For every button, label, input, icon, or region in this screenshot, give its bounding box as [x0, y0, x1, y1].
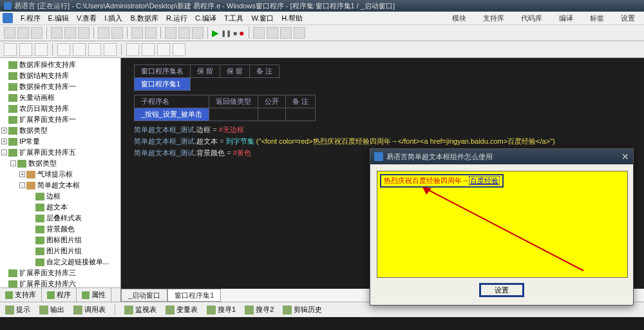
- expand-icon[interactable]: -: [10, 160, 16, 166]
- tree-item[interactable]: 数据库操作支持库: [1, 59, 119, 70]
- tree-item[interactable]: 扩展界面支持库一: [1, 114, 119, 125]
- tb2-9-icon[interactable]: [142, 43, 155, 56]
- menu2-tag[interactable]: 标签: [586, 14, 608, 23]
- menu-view[interactable]: V.查看: [73, 14, 100, 23]
- tab-assembly1[interactable]: 窗口程序集1: [167, 289, 221, 302]
- tb2-10-icon[interactable]: [157, 43, 170, 56]
- sub-grid[interactable]: 子程序名返回值类型公开备 注 _按钮_设置_被单击: [134, 95, 316, 121]
- tb2-2-icon[interactable]: [19, 43, 32, 56]
- tb-redo-icon[interactable]: [111, 27, 123, 39]
- expand-icon[interactable]: +: [1, 128, 7, 133]
- menu-run[interactable]: R.运行: [162, 14, 191, 23]
- tb-bookmark-icon[interactable]: [165, 27, 176, 39]
- pause-icon[interactable]: ❚❚: [221, 30, 231, 37]
- menu2-lib[interactable]: 支持库: [479, 14, 508, 23]
- menu-tools[interactable]: T.工具: [220, 14, 248, 23]
- tree-item[interactable]: 层叠样式表: [1, 213, 119, 224]
- menu2-comp[interactable]: 编译: [555, 14, 577, 23]
- code-line-2[interactable]: 简单超文本框_测试.超文本 = 到字节集 ("<font color=red>热…: [134, 137, 631, 146]
- tree-item[interactable]: +IP常量: [1, 136, 119, 147]
- book-icon: [35, 258, 44, 266]
- tree-item[interactable]: 数据操作支持库一: [1, 81, 119, 92]
- settings-button[interactable]: 设置: [479, 283, 524, 297]
- menu-file[interactable]: F.程序: [17, 14, 44, 23]
- tb2-5-icon[interactable]: [73, 43, 86, 56]
- tb2-1-icon[interactable]: [4, 43, 17, 56]
- tb-break-icon[interactable]: [294, 27, 305, 39]
- tree-item[interactable]: -数据类型: [1, 158, 119, 169]
- stop-icon[interactable]: ■: [233, 30, 237, 37]
- close-icon[interactable]: ✕: [621, 151, 629, 162]
- menu-insert[interactable]: I.插入: [100, 14, 126, 23]
- menu2-module[interactable]: 模块: [448, 14, 470, 23]
- sb-call[interactable]: 调用表: [73, 305, 106, 315]
- tb-next-bm-icon[interactable]: [178, 27, 190, 39]
- lib-tree[interactable]: 数据库操作支持库数据结构支持库数据操作支持库一矢量动画框农历日期支持库扩展界面支…: [0, 58, 120, 287]
- menu-edit[interactable]: E.编辑: [44, 14, 73, 23]
- menu-data[interactable]: B.数据库: [126, 14, 162, 23]
- tb2-11-icon[interactable]: [173, 43, 185, 56]
- tb-find-icon[interactable]: [131, 27, 143, 39]
- expand-icon[interactable]: +: [19, 171, 25, 177]
- menu2-src[interactable]: 代码库: [517, 14, 546, 23]
- tree-item[interactable]: 超文本: [1, 202, 119, 213]
- tb-step-icon[interactable]: [253, 27, 265, 39]
- tb-findnext-icon[interactable]: [145, 27, 156, 39]
- tb2-3-icon[interactable]: [35, 43, 48, 56]
- tb-stepover-icon[interactable]: [267, 27, 278, 39]
- tb2-6-icon[interactable]: [88, 43, 101, 56]
- tree-item[interactable]: 图片图片组: [1, 246, 119, 257]
- tb2-4-icon[interactable]: [57, 43, 70, 56]
- tb-cut-icon[interactable]: [51, 27, 62, 39]
- sb-watch[interactable]: 监视表: [124, 305, 156, 315]
- menu2-set[interactable]: 设置: [617, 14, 639, 23]
- tree-item[interactable]: 扩展界面支持库三: [1, 267, 119, 278]
- sb-output[interactable]: 输出: [39, 305, 64, 315]
- record-icon[interactable]: ●: [239, 28, 244, 38]
- tree-item[interactable]: +数据类型: [1, 125, 119, 136]
- tree-item[interactable]: 数据结构支持库: [1, 70, 119, 81]
- side-tab-prog[interactable]: 程序: [42, 288, 77, 302]
- tb-stepout-icon[interactable]: [280, 27, 292, 39]
- menu-compile[interactable]: C.编译: [191, 14, 220, 23]
- side-tab-lib[interactable]: 支持库: [0, 288, 42, 302]
- expand-icon[interactable]: -: [1, 150, 7, 155]
- expand-icon[interactable]: -: [19, 182, 25, 188]
- menu-help[interactable]: H.帮助: [278, 14, 307, 23]
- side-tab-prop[interactable]: 属性: [77, 288, 111, 302]
- tb-paste-icon[interactable]: [78, 27, 90, 39]
- tb2-8-icon[interactable]: [126, 43, 139, 56]
- expand-icon[interactable]: +: [1, 139, 7, 144]
- tb2-7-icon[interactable]: [104, 43, 117, 56]
- tb-prev-bm-icon[interactable]: [192, 27, 204, 39]
- baidu-link[interactable]: 百度经验: [469, 176, 500, 185]
- tab-start-window[interactable]: _启动窗口: [121, 289, 167, 302]
- sb-var[interactable]: 变量表: [166, 305, 198, 315]
- code-line-1[interactable]: 简单超文本框_测试.边框 = #无边框: [134, 125, 631, 135]
- menu-window[interactable]: W.窗口: [247, 14, 278, 23]
- tb-new-icon[interactable]: [4, 27, 15, 39]
- tree-item[interactable]: 扩展界面支持库六: [1, 278, 119, 287]
- tree-item[interactable]: -扩展界面支持库五: [1, 147, 119, 158]
- sb-tip[interactable]: 提示: [5, 305, 30, 315]
- tree-item[interactable]: 边框: [1, 191, 119, 202]
- tree-item[interactable]: 自定义超链接被单...: [1, 257, 119, 267]
- tree-item[interactable]: 农历日期支持库: [1, 103, 119, 114]
- sb-find2[interactable]: 搜寻2: [245, 305, 274, 315]
- tree-item[interactable]: 图标图片组: [1, 235, 119, 246]
- tree-item[interactable]: 背景颜色: [1, 224, 119, 235]
- book-icon: [8, 61, 17, 69]
- tree-item[interactable]: +气球提示框: [1, 169, 119, 180]
- tree-item[interactable]: -简单超文本框: [1, 180, 119, 191]
- book-icon: [35, 237, 44, 244]
- tree-item[interactable]: 矢量动画框: [1, 92, 119, 103]
- tb-undo-icon[interactable]: [98, 27, 109, 39]
- sb-find1[interactable]: 搜寻1: [207, 305, 236, 315]
- run-icon[interactable]: ▶: [212, 28, 219, 38]
- dialog-titlebar[interactable]: 易语言简单超文本框组件怎么使用 ✕: [370, 149, 633, 164]
- tb-copy-icon[interactable]: [64, 27, 76, 39]
- sb-clip[interactable]: 剪辑历史: [283, 305, 322, 315]
- tb-open-icon[interactable]: [17, 27, 29, 39]
- assembly-grid[interactable]: 窗口程序集名保 留保 留备 注 窗口程序集1: [134, 64, 279, 91]
- tb-save-icon[interactable]: [31, 27, 43, 39]
